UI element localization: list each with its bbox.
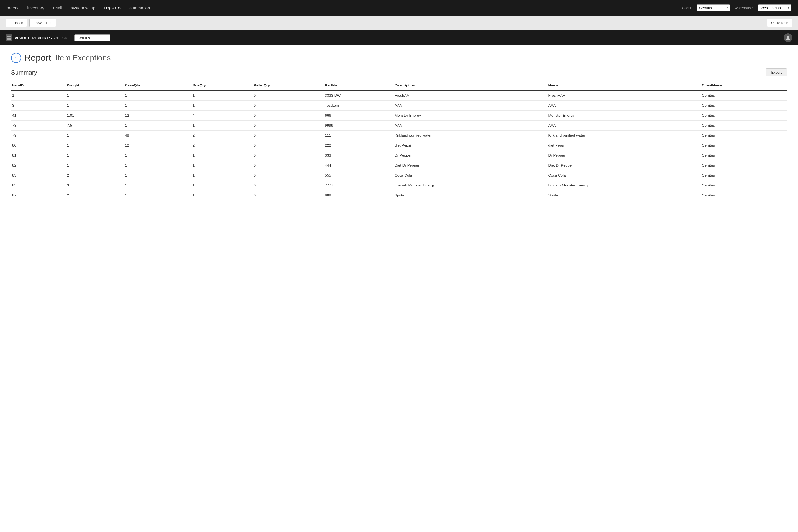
nav-retail[interactable]: retail — [53, 4, 62, 11]
app-logo: VISIBLE REPORTS 3.0 — [5, 34, 58, 41]
app-header-client: Client — [62, 34, 110, 41]
cell-weight: 1 — [66, 90, 124, 100]
table-row: 872110888SpriteSpriteCerritus — [11, 190, 787, 200]
cell-caseqty: 1 — [124, 170, 191, 180]
client-select[interactable]: Cerritus — [697, 4, 730, 11]
col-header-caseqty: CaseQty — [124, 81, 191, 90]
nav-reports[interactable]: reports — [104, 4, 120, 12]
cell-weight: 3 — [66, 180, 124, 190]
cell-clientname: Cerritus — [701, 140, 787, 150]
cell-description: Diet Dr Pepper — [394, 160, 547, 170]
cell-boxqty: 1 — [191, 170, 253, 180]
cell-weight: 1 — [66, 160, 124, 170]
cell-caseqty: 1 — [124, 190, 191, 200]
cell-description: Lo-carb Monster Energy — [394, 180, 547, 190]
cell-boxqty: 1 — [191, 190, 253, 200]
cell-boxqty: 1 — [191, 100, 253, 111]
table-row: 787.51109999AAAAAACerritus — [11, 120, 787, 131]
cell-weight: 1 — [66, 150, 124, 160]
back-button[interactable]: ← Back — [5, 19, 27, 27]
cell-clientname: Cerritus — [701, 150, 787, 160]
back-circle-icon: ← — [14, 55, 19, 61]
svg-rect-0 — [7, 36, 8, 37]
col-header-name: Name — [547, 81, 701, 90]
col-header-partno: PartNo — [324, 81, 394, 90]
cell-name: Lo-carb Monster Energy — [547, 180, 701, 190]
cell-partno: 666 — [324, 111, 394, 120]
nav-orders[interactable]: orders — [7, 4, 19, 11]
cell-clientname: Cerritus — [701, 111, 787, 120]
export-button[interactable]: Export — [766, 69, 787, 76]
table-row: 821110444Diet Dr PepperDiet Dr PepperCer… — [11, 160, 787, 170]
user-icon — [785, 35, 791, 40]
cell-name: Diet Dr Pepper — [547, 160, 701, 170]
user-avatar[interactable] — [784, 33, 793, 42]
cell-palletqty: 0 — [252, 100, 324, 111]
cell-partno: 888 — [324, 190, 394, 200]
cell-description: Dr Pepper — [394, 150, 547, 160]
cell-description: FreshAA — [394, 90, 547, 100]
table-row: 832110555Coca ColaCoca ColaCerritus — [11, 170, 787, 180]
cell-caseqty: 48 — [124, 131, 191, 140]
cell-caseqty: 1 — [124, 120, 191, 131]
cell-boxqty: 1 — [191, 160, 253, 170]
cell-partno: 9999 — [324, 120, 394, 131]
refresh-button[interactable]: ↻ Refresh — [767, 19, 793, 27]
cell-itemid: 41 — [11, 111, 66, 120]
cell-palletqty: 0 — [252, 140, 324, 150]
table-row: 7914820111Kirkland purified waterKirklan… — [11, 131, 787, 140]
table-row: 111103333-DWFreshAAFreshAAACerritus — [11, 90, 787, 100]
app-logo-text: VISIBLE REPORTS — [14, 36, 52, 40]
cell-palletqty: 0 — [252, 170, 324, 180]
col-header-weight: Weight — [66, 81, 124, 90]
cell-clientname: Cerritus — [701, 100, 787, 111]
cell-itemid: 81 — [11, 150, 66, 160]
table-container[interactable]: ItemID Weight CaseQty BoxQty PalletQty P… — [11, 81, 787, 200]
svg-rect-1 — [9, 36, 11, 37]
warehouse-select-wrapper[interactable]: West Jordan — [758, 4, 791, 11]
cell-weight: 2 — [66, 170, 124, 180]
cell-name: Dr Pepper — [547, 150, 701, 160]
report-subtitle: Item Exceptions — [55, 54, 111, 62]
cell-partno: 555 — [324, 170, 394, 180]
report-back-button[interactable]: ← — [11, 53, 21, 63]
app-header-client-input[interactable] — [74, 34, 110, 41]
warehouse-select[interactable]: West Jordan — [758, 4, 791, 11]
cell-description: Sprite — [394, 190, 547, 200]
cell-palletqty: 0 — [252, 120, 324, 131]
forward-button[interactable]: Forward → — [30, 19, 56, 27]
nav-inventory[interactable]: inventory — [27, 4, 44, 11]
cell-palletqty: 0 — [252, 90, 324, 100]
cell-weight: 1.01 — [66, 111, 124, 120]
cell-name: AAA — [547, 120, 701, 131]
cell-caseqty: 1 — [124, 160, 191, 170]
nav-system-setup[interactable]: system setup — [71, 4, 95, 11]
back-arrow-icon: ← — [10, 21, 13, 25]
table-row: 8011220222diet Pepsidiet PepsiCerritus — [11, 140, 787, 150]
col-header-itemid: ItemID — [11, 81, 66, 90]
cell-partno: 444 — [324, 160, 394, 170]
main-content: ← Report Item Exceptions Summary Export … — [0, 45, 798, 532]
app-logo-version: 3.0 — [54, 36, 58, 39]
table-row: 8531107777Lo-carb Monster EnergyLo-carb … — [11, 180, 787, 190]
cell-caseqty: 12 — [124, 140, 191, 150]
nav-automation[interactable]: automation — [129, 4, 150, 11]
cell-weight: 7.5 — [66, 120, 124, 131]
report-header: ← Report Item Exceptions — [11, 53, 787, 63]
cell-weight: 1 — [66, 131, 124, 140]
nav-controls: Client: Cerritus Warehouse: West Jordan — [682, 4, 791, 11]
cell-clientname: Cerritus — [701, 180, 787, 190]
grid-icon — [7, 36, 11, 40]
client-select-wrapper[interactable]: Cerritus — [697, 4, 730, 11]
cell-partno: 111 — [324, 131, 394, 140]
cell-caseqty: 1 — [124, 100, 191, 111]
table-header-row: ItemID Weight CaseQty BoxQty PalletQty P… — [11, 81, 787, 90]
cell-itemid: 87 — [11, 190, 66, 200]
svg-point-4 — [787, 36, 789, 38]
section-title: Summary — [11, 69, 37, 76]
data-table: ItemID Weight CaseQty BoxQty PalletQty P… — [11, 81, 787, 200]
svg-rect-3 — [9, 38, 11, 40]
table-body: 111103333-DWFreshAAFreshAAACerritus31110… — [11, 90, 787, 200]
cell-caseqty: 1 — [124, 150, 191, 160]
cell-caseqty: 1 — [124, 180, 191, 190]
